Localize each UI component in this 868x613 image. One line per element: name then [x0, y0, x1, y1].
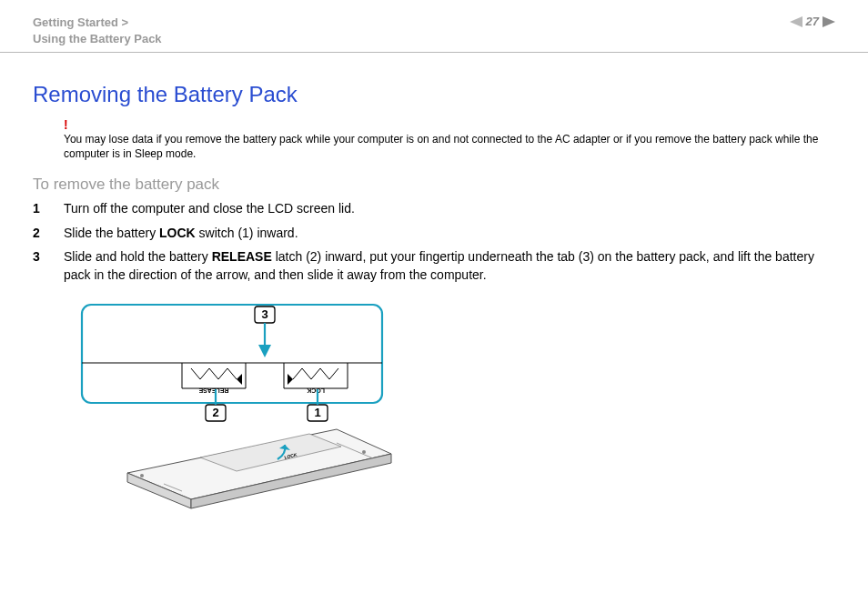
callout-3: 3	[261, 307, 267, 321]
label-release: RELEASE	[198, 387, 228, 394]
release-latch-arrow	[191, 368, 242, 385]
step-3: Slide and hold the battery RELEASE latch…	[33, 247, 835, 285]
pager: 27	[790, 15, 835, 28]
step-text-pre: Slide and hold the battery	[64, 249, 212, 264]
step-text: Turn off the computer and close the LCD …	[64, 201, 355, 216]
svg-marker-13	[258, 345, 271, 357]
step-text-bold: RELEASE	[212, 249, 272, 264]
step-text-pre: Slide the battery	[64, 226, 159, 240]
warning-icon: !	[64, 116, 835, 134]
breadcrumb-line-2: Using the Battery Pack	[33, 32, 162, 45]
page-header: Getting Started > Using the Battery Pack…	[0, 0, 868, 53]
svg-marker-1	[823, 16, 835, 27]
warning-block: ! You may lose data if you remove the ba…	[64, 116, 835, 161]
step-2: Slide the battery LOCK switch (1) inward…	[33, 224, 835, 242]
svg-marker-9	[237, 374, 242, 385]
step-text-post: switch (1) inward.	[196, 226, 298, 240]
svg-marker-10	[288, 374, 293, 385]
prev-page-icon[interactable]	[790, 16, 802, 27]
page-content: Removing the Battery Pack ! You may lose…	[0, 53, 868, 518]
step-text-bold: LOCK	[159, 226, 196, 240]
steps-list: Turn off the computer and close the LCD …	[33, 199, 835, 284]
laptop-base: LOCK	[127, 429, 391, 508]
lock-latch-arrow	[288, 368, 338, 385]
section-subtitle: To remove the battery pack	[33, 176, 835, 194]
battery-diagram-svg: RELEASE LOCK 3 2 1	[64, 297, 400, 516]
page-number: 27	[806, 15, 819, 28]
diagram: RELEASE LOCK 3 2 1	[64, 297, 835, 519]
svg-point-23	[140, 474, 144, 477]
label-lock: LOCK	[307, 387, 325, 394]
page-title: Removing the Battery Pack	[33, 82, 835, 107]
breadcrumb-line-1: Getting Started >	[33, 15, 128, 29]
callout-2: 2	[212, 406, 218, 419]
next-page-icon[interactable]	[823, 16, 835, 27]
callout-1: 1	[314, 406, 320, 419]
warning-text: You may lose data if you remove the batt…	[64, 133, 818, 160]
step-1: Turn off the computer and close the LCD …	[33, 199, 835, 217]
svg-point-24	[362, 450, 366, 454]
svg-marker-0	[790, 16, 802, 27]
breadcrumb: Getting Started > Using the Battery Pack	[33, 15, 162, 46]
